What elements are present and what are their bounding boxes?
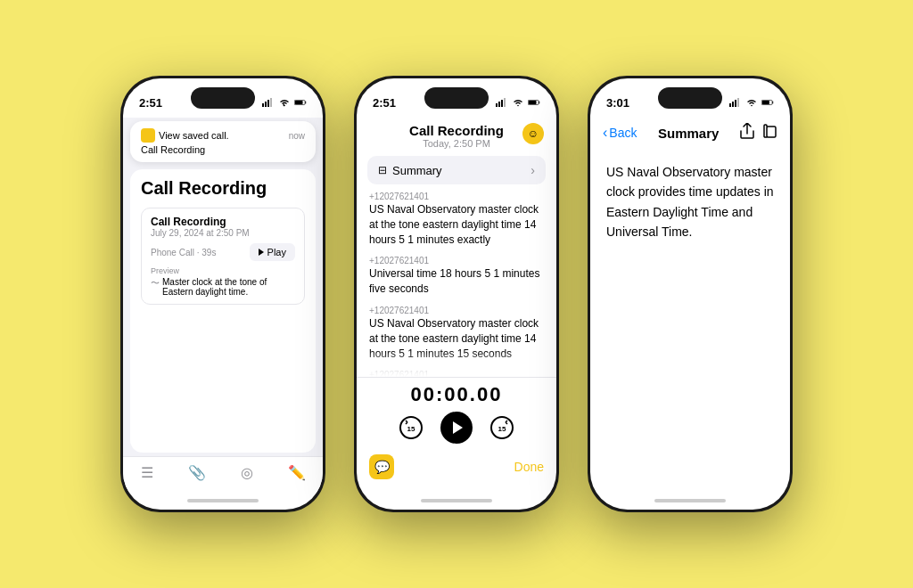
dynamic-island-2 xyxy=(424,87,489,109)
notif-app: View saved call. xyxy=(141,128,229,143)
phone3-actions xyxy=(740,123,777,143)
preview-label: Preview xyxy=(151,266,295,275)
phone1-content: View saved call. now Call Recording Call… xyxy=(123,118,323,456)
chat-icon[interactable]: 💬 xyxy=(369,454,394,479)
svg-rect-20 xyxy=(735,100,736,107)
phone-2: 2:51 xyxy=(354,76,559,512)
wifi-icon-3 xyxy=(745,98,758,107)
svg-rect-8 xyxy=(498,102,500,107)
transcript-text: US Naval Observatory master clock at the… xyxy=(369,202,544,247)
svg-rect-3 xyxy=(270,98,272,107)
share-icon[interactable] xyxy=(740,123,754,143)
back-label: Back xyxy=(609,126,637,140)
wifi-icon-2 xyxy=(512,98,524,107)
back-button[interactable]: ‹ Back xyxy=(603,125,637,141)
status-icons-1 xyxy=(262,98,307,107)
notif-dot xyxy=(141,128,155,143)
summary-list-icon: ⊟ xyxy=(378,164,387,176)
edit-tab-icon[interactable]: ✏️ xyxy=(288,464,306,481)
phone2-footer: 💬 Done xyxy=(357,449,556,492)
transcript-entry: +12027621401 Universal time 18 hours 5 1… xyxy=(369,370,544,377)
call-recording-header: Call Recording xyxy=(141,178,305,199)
transcript-number: +12027621401 xyxy=(369,370,544,377)
phone-3: 3:01 xyxy=(588,76,793,512)
list-tab-icon[interactable]: ☰ xyxy=(141,464,153,481)
chevron-left-icon: ‹ xyxy=(603,125,607,141)
svg-rect-10 xyxy=(504,98,506,107)
phone3-header: ‹ Back Summary xyxy=(590,118,790,150)
rewind-button[interactable]: 15 xyxy=(398,414,424,441)
svg-rect-9 xyxy=(501,100,503,107)
status-icons-2 xyxy=(496,98,540,107)
phone2-subtitle: Today, 2:50 PM xyxy=(371,138,542,149)
svg-rect-24 xyxy=(762,101,769,104)
play-pause-icon xyxy=(453,421,463,434)
forward-button[interactable]: 15 xyxy=(489,414,515,441)
transcript-number: +12027621401 xyxy=(369,256,544,265)
transcript-entry: +12027621401 US Naval Observatory master… xyxy=(369,192,544,247)
summary-body: US Naval Observatory master clock provid… xyxy=(606,162,774,242)
home-indicator-1 xyxy=(123,492,323,510)
svg-rect-7 xyxy=(496,103,498,107)
preview-content: Master clock at the tone of Eastern dayl… xyxy=(162,277,295,297)
transcript-number: +12027621401 xyxy=(369,192,544,201)
battery-icon-2 xyxy=(528,98,540,107)
status-icons-3 xyxy=(729,98,774,107)
paperclip-tab-icon[interactable]: 📎 xyxy=(188,464,206,481)
forward-icon: 15 xyxy=(489,415,514,440)
svg-rect-25 xyxy=(767,127,776,137)
phone-1: 2:51 xyxy=(120,76,325,512)
summary-left: ⊟ Summary xyxy=(378,164,442,177)
svg-rect-13 xyxy=(529,101,537,104)
compass-tab-icon[interactable]: ◎ xyxy=(241,464,253,481)
svg-rect-6 xyxy=(295,101,303,104)
svg-point-11 xyxy=(517,105,519,107)
transcript-number: +12027621401 xyxy=(369,306,544,315)
transcript-entry: +12027621401 US Naval Observatory master… xyxy=(369,306,544,361)
home-indicator-3 xyxy=(590,492,790,510)
home-indicator-2 xyxy=(357,492,556,510)
copy-svg xyxy=(763,123,777,139)
signal-icon-3 xyxy=(729,98,742,107)
svg-rect-1 xyxy=(265,102,267,107)
phone3-title: Summary xyxy=(658,126,719,141)
summary-chevron-icon: › xyxy=(531,163,535,177)
rec-title: Call Recording xyxy=(151,216,295,228)
playback-controls: 15 15 xyxy=(398,412,515,444)
transcript-text: US Naval Observatory master clock at the… xyxy=(369,316,544,361)
phone1-main: Call Recording Call Recording July 29, 2… xyxy=(130,169,316,453)
svg-text:15: 15 xyxy=(407,425,415,433)
notif-msg: Call Recording xyxy=(141,144,305,155)
signal-icon xyxy=(262,98,275,107)
status-time-1: 2:51 xyxy=(139,96,162,110)
svg-rect-21 xyxy=(737,98,739,107)
transcript-entry: +12027621401 Universal time 18 hours 5 1… xyxy=(369,256,544,297)
transcript-area: +12027621401 US Naval Observatory master… xyxy=(357,192,556,377)
recording-card[interactable]: Call Recording July 29, 2024 at 2:50 PM … xyxy=(141,208,305,305)
copy-icon[interactable] xyxy=(763,123,777,143)
notif-time: now xyxy=(289,131,305,141)
dynamic-island-3 xyxy=(658,87,722,109)
home-bar-2 xyxy=(421,499,492,502)
rewind-icon: 15 xyxy=(399,415,424,440)
rec-date: July 29, 2024 at 2:50 PM xyxy=(151,228,295,238)
waveform-icon: 〜 xyxy=(151,277,160,290)
summary-label: Summary xyxy=(392,164,442,177)
svg-rect-18 xyxy=(729,103,731,107)
summary-row[interactable]: ⊟ Summary › xyxy=(367,156,546,184)
notification-banner[interactable]: View saved call. now Call Recording xyxy=(130,121,316,162)
home-bar-3 xyxy=(654,499,726,502)
play-button[interactable]: Play xyxy=(250,243,295,261)
status-time-2: 2:51 xyxy=(373,96,396,110)
svg-rect-2 xyxy=(267,100,269,107)
notif-title: View saved call. xyxy=(159,130,229,141)
transcript-text: Universal time 18 hours 5 1 minutes five… xyxy=(369,266,544,297)
emoji-button[interactable]: ☺ xyxy=(522,123,544,144)
svg-rect-0 xyxy=(262,103,264,107)
timer-display: 00:00.00 xyxy=(411,383,503,406)
battery-icon-3 xyxy=(761,98,774,107)
done-button[interactable]: Done xyxy=(514,460,544,474)
signal-icon-2 xyxy=(496,98,508,107)
play-pause-button[interactable] xyxy=(440,412,473,444)
phone2-header: Call Recording Today, 2:50 PM ☺ xyxy=(357,118,556,156)
